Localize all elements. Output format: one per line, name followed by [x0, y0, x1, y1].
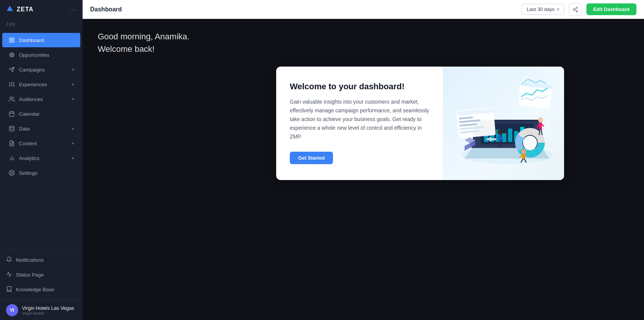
bell-icon — [6, 256, 12, 264]
svg-line-71 — [525, 155, 527, 156]
sidebar-item-notifications[interactable]: Notifications — [0, 253, 83, 267]
sidebar-item-label: Dashboard — [19, 37, 44, 43]
app-logo[interactable]: ZETA — [6, 5, 34, 14]
svg-line-78 — [539, 130, 540, 135]
topbar: Dashboard Last 30 days ▾ Edit Dashboard — [83, 0, 644, 19]
sidebar-item-status-page[interactable]: Status Page — [0, 267, 83, 282]
svg-rect-19 — [9, 112, 14, 117]
sidebar: ZETA ··· ZOE Dashboard Opportunities Cam… — [0, 0, 83, 320]
svg-rect-3 — [12, 40, 14, 42]
svg-point-23 — [9, 126, 14, 127]
svg-line-66 — [499, 142, 499, 146]
chevron-down-icon: ▾ — [72, 97, 74, 102]
sidebar-item-label: Settings — [19, 170, 38, 176]
sidebar-more-button[interactable]: ··· — [70, 6, 77, 14]
account-info: Virgin Hotels Las Vegas virgin-hotels — [22, 305, 74, 315]
svg-rect-63 — [499, 135, 501, 142]
sidebar-item-calendar[interactable]: Calendar — [2, 107, 80, 121]
sidebar-item-label: Notifications — [16, 257, 44, 263]
svg-line-67 — [501, 142, 502, 146]
sidebar-item-label: Content — [19, 141, 37, 146]
sidebar-item-label: Experiences — [19, 82, 47, 87]
account-name: Virgin Hotels Las Vegas — [22, 305, 74, 311]
svg-rect-44 — [508, 129, 512, 142]
sidebar-item-label: Calendar — [19, 111, 40, 117]
sidebar-item-opportunities[interactable]: Opportunities — [2, 48, 80, 62]
sidebar-item-label: Knowledge Base — [16, 287, 54, 292]
chevron-down-icon: ▾ — [72, 126, 74, 131]
topbar-actions: Last 30 days ▾ Edit Dashboard — [522, 3, 636, 16]
edit-dashboard-button[interactable]: Edit Dashboard — [586, 3, 636, 15]
book-icon — [6, 286, 12, 293]
sidebar-item-data[interactable]: Data ▾ — [2, 121, 80, 136]
svg-point-29 — [11, 172, 13, 174]
welcome-card-description: Gain valuable insights into your custome… — [290, 98, 429, 141]
sidebar-item-content[interactable]: Content ▾ — [2, 136, 80, 151]
chevron-down-icon: ▾ — [72, 141, 74, 146]
sidebar-item-label: Analytics — [19, 155, 39, 161]
sidebar-item-label: Data — [19, 126, 30, 132]
chevron-down-icon: ▾ — [72, 156, 74, 161]
sliders-icon — [8, 81, 15, 88]
sidebar-item-campaigns[interactable]: Campaigns ▾ — [2, 62, 80, 77]
database-icon — [8, 125, 15, 132]
sidebar-item-experiences[interactable]: Experiences ▾ — [2, 77, 80, 92]
svg-line-79 — [541, 130, 542, 135]
sidebar-item-knowledge-base[interactable]: Knowledge Base — [0, 282, 83, 297]
sidebar-item-settings[interactable]: Settings — [2, 166, 80, 180]
settings-icon — [8, 169, 15, 176]
main-area: Dashboard Last 30 days ▾ Edit Dashboard … — [83, 0, 644, 320]
sidebar-item-analytics[interactable]: Analytics ▾ — [2, 151, 80, 165]
calendar-icon — [8, 110, 15, 117]
svg-point-18 — [10, 97, 12, 99]
svg-line-77 — [542, 124, 544, 126]
greeting-line1: Good morning, Anamika. — [98, 30, 629, 43]
page-title: Dashboard — [90, 6, 122, 13]
bar-chart-icon — [8, 155, 15, 162]
dashboard-illustration — [450, 74, 556, 172]
sidebar-account[interactable]: VI Virgin Hotels Las Vegas virgin-hotels — [0, 300, 83, 320]
main-content: Good morning, Anamika. Welcome back! Wel… — [83, 19, 644, 320]
file-icon — [8, 140, 15, 147]
svg-point-6 — [11, 54, 12, 55]
sidebar-item-dashboard[interactable]: Dashboard — [2, 33, 80, 47]
svg-point-61 — [523, 136, 537, 150]
welcome-card-title: Welcome to your dashboard! — [290, 82, 429, 92]
welcome-card-content: Welcome to your dashboard! Gain valuable… — [276, 67, 443, 180]
welcome-card: Welcome to your dashboard! Gain valuable… — [276, 67, 564, 180]
sidebar-logo-bar: ZETA ··· — [0, 0, 83, 19]
svg-line-33 — [575, 10, 577, 11]
sidebar-nav: Dashboard Opportunities Campaigns ▾ Expe… — [0, 31, 83, 249]
svg-marker-81 — [464, 143, 470, 151]
users-icon — [8, 96, 15, 103]
avatar: VI — [6, 304, 18, 316]
zeta-logo-icon — [6, 5, 14, 14]
sidebar-bottom: Notifications Status Page Knowledge Base — [0, 249, 83, 300]
target-icon — [8, 51, 15, 58]
get-started-button[interactable]: Get Started — [290, 152, 333, 164]
share-icon — [572, 6, 578, 12]
account-subdomain: virgin-hotels — [22, 311, 74, 315]
chevron-down-icon: ▾ — [72, 82, 74, 87]
sidebar-item-label: Status Page — [16, 272, 44, 278]
greeting-text: Good morning, Anamika. Welcome back! — [98, 30, 629, 55]
chevron-down-icon: ▾ — [72, 67, 74, 72]
sidebar-user-label: ZOE — [0, 19, 83, 31]
svg-rect-0 — [9, 38, 11, 40]
sidebar-item-label: Campaigns — [19, 67, 45, 73]
sidebar-item-audiences[interactable]: Audiences ▾ — [2, 92, 80, 106]
activity-icon — [6, 271, 12, 278]
welcome-card-illustration — [443, 67, 564, 180]
date-range-label: Last 30 days — [527, 6, 555, 12]
svg-point-68 — [521, 149, 526, 154]
svg-line-34 — [575, 8, 577, 9]
app-name: ZETA — [17, 6, 34, 13]
sidebar-item-label: Audiences — [19, 96, 43, 102]
svg-rect-75 — [539, 122, 542, 130]
share-button[interactable] — [569, 3, 582, 16]
svg-rect-1 — [12, 38, 14, 40]
date-range-selector[interactable]: Last 30 days ▾ — [522, 4, 564, 15]
send-icon — [8, 66, 15, 73]
svg-point-74 — [538, 117, 543, 122]
chevron-down-icon: ▾ — [557, 6, 560, 12]
